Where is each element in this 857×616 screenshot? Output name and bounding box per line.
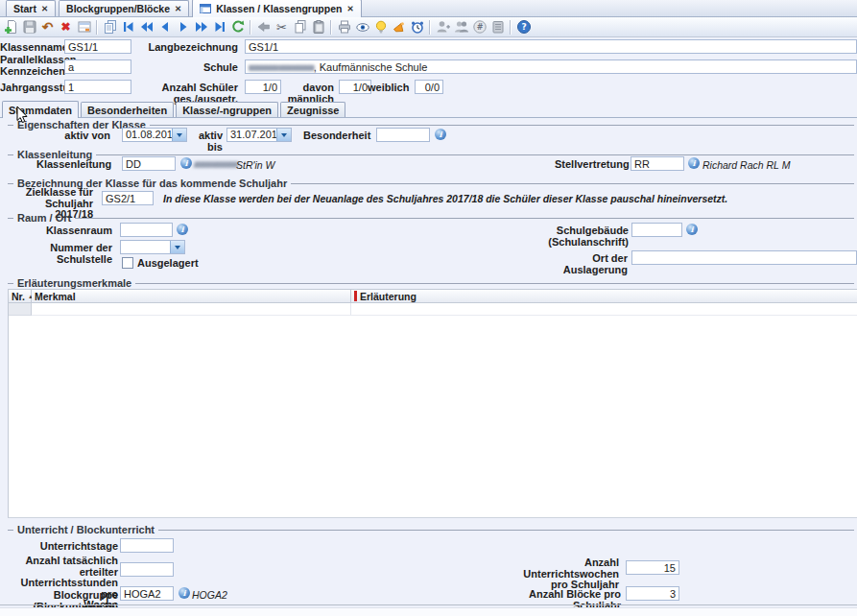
parallelklassen-input[interactable]	[64, 59, 131, 74]
close-icon[interactable]: ✕	[175, 5, 181, 13]
print-button[interactable]	[335, 18, 353, 36]
langbezeichnung-input[interactable]	[245, 39, 857, 54]
svg-text:?: ?	[521, 22, 526, 32]
window-tab-start[interactable]: Start ✕	[6, 0, 56, 16]
undo-button[interactable]: ↶	[38, 18, 57, 36]
klassenname-input[interactable]	[64, 39, 131, 54]
notes-icon	[490, 19, 506, 35]
notes-button[interactable]	[488, 18, 507, 36]
schulstelle-select[interactable]	[120, 240, 185, 254]
section-title: Unterricht / Blockunterricht	[17, 524, 155, 535]
tab-besonderheiten[interactable]: Besonderheiten	[81, 102, 174, 117]
klassenleitung-label: Klassenleitung	[36, 159, 111, 171]
back-arrow-button[interactable]	[254, 18, 273, 36]
close-icon[interactable]: ✕	[41, 5, 48, 13]
column-header-merkmal[interactable]: Merkmal	[32, 289, 351, 303]
nav-back-button[interactable]	[155, 18, 174, 36]
delete-button[interactable]: ✖	[57, 18, 75, 36]
toolbar-separator	[96, 20, 98, 35]
chevron-down-icon[interactable]	[172, 129, 186, 141]
stellvertretung-input[interactable]	[631, 156, 684, 171]
alarm-clock-button[interactable]	[408, 18, 426, 36]
column-header-nr[interactable]: Nr. ▲	[9, 289, 32, 303]
number-badge-button[interactable]: #	[470, 18, 488, 36]
announce-button[interactable]	[390, 18, 408, 36]
paste-button[interactable]	[309, 18, 327, 36]
save-button[interactable]	[20, 18, 38, 36]
nav-last-button[interactable]	[210, 18, 228, 36]
weiblich-input[interactable]	[415, 80, 443, 94]
refresh-button[interactable]	[228, 18, 247, 36]
table-cell[interactable]	[351, 303, 857, 316]
aktiv-bis-select[interactable]: 31.07.2017	[226, 128, 292, 142]
tab-zeugnisse[interactable]: Zeugnisse	[280, 102, 345, 117]
besonderheit-input[interactable]	[376, 128, 430, 142]
nav-fast-forward-button[interactable]	[192, 18, 210, 36]
info-icon[interactable]	[179, 587, 190, 599]
close-icon[interactable]: ✕	[346, 5, 353, 13]
row-selector-cell[interactable]	[9, 303, 32, 316]
klassenleitung-name-redacted: ▆▆▆▆ ▆▆▆▆▆▆	[194, 160, 237, 168]
datasheet-button[interactable]	[75, 18, 93, 36]
klassenleitung-input[interactable]	[122, 156, 176, 171]
ausgelagert-checkbox[interactable]	[122, 257, 133, 269]
zielklasse-input[interactable]	[102, 191, 154, 205]
bloecke-input[interactable]	[626, 586, 679, 601]
section-title: Raum / Ort	[17, 212, 71, 224]
column-label: Nr.	[12, 291, 25, 302]
cut-button[interactable]: ✂	[273, 18, 291, 36]
user-group-icon	[454, 19, 469, 35]
wochen-input[interactable]	[626, 560, 679, 575]
tab-label: Klasse/-ngruppen	[182, 105, 272, 116]
hint-bulb-icon	[373, 19, 389, 35]
blockgruppe-input[interactable]	[120, 586, 174, 601]
nav-fast-back-button[interactable]	[137, 18, 155, 36]
schulgebaeude-input[interactable]	[631, 223, 682, 237]
info-icon[interactable]	[686, 224, 698, 235]
schule-field[interactable]: ▆▆▆▆▆▆▆ ▆▆▆ ▆▆▆▆▆ , Kaufmännische Schule	[245, 59, 857, 74]
chevron-down-icon[interactable]	[170, 241, 184, 253]
column-header-erlaeuterung[interactable]: Erläuterung	[351, 289, 857, 303]
table-row[interactable]	[9, 303, 857, 316]
column-label: Erläuterung	[360, 291, 417, 302]
tab-stammdaten[interactable]: Stammdaten	[2, 101, 79, 118]
info-icon[interactable]	[180, 157, 192, 169]
new-document-button[interactable]	[2, 18, 20, 36]
table-cell[interactable]	[32, 303, 351, 316]
unterrichtstage-label: Unterrichtstage	[27, 541, 118, 553]
nav-forward-button[interactable]	[174, 18, 192, 36]
stunden-input[interactable]	[120, 562, 174, 577]
unterrichtstage-input[interactable]	[120, 538, 174, 553]
user-add-button[interactable]	[434, 18, 452, 36]
window-tab-blockgruppen[interactable]: Blockgruppen/Blöcke ✕	[59, 0, 189, 16]
blockgruppe-hint: HOGA2	[192, 589, 227, 601]
user-group-button[interactable]	[452, 18, 470, 36]
jahrgangsstufe-input[interactable]	[64, 80, 131, 94]
nav-last-icon	[212, 19, 227, 35]
info-icon[interactable]	[435, 129, 446, 140]
nav-forward-icon	[176, 19, 191, 35]
chevron-down-icon[interactable]	[276, 129, 291, 141]
info-icon[interactable]	[688, 157, 700, 169]
preview-button[interactable]	[353, 18, 371, 36]
hint-button[interactable]	[371, 18, 390, 36]
svg-text:#: #	[476, 23, 483, 32]
window-icon	[200, 4, 211, 13]
status-strip	[0, 607, 857, 616]
toolbar: ↶ ✖ ✂ # ?	[0, 17, 857, 37]
stellvertretung-label: Stellvertretung	[555, 159, 628, 171]
window-tab-klassen[interactable]: Klassen / Klassengruppen ✕	[192, 0, 361, 17]
klassenraum-input[interactable]	[120, 223, 173, 237]
duplicate-button[interactable]	[101, 18, 119, 36]
anzahl-schueler-input[interactable]	[245, 80, 281, 94]
info-icon[interactable]	[177, 224, 188, 235]
maennlich-input[interactable]	[339, 80, 371, 94]
ort-auslagerung-input[interactable]	[631, 250, 857, 265]
aktiv-von-select[interactable]: 01.08.2016	[122, 128, 187, 142]
schule-suffix-text: , Kaufmännische Schule	[314, 61, 428, 73]
nav-first-button[interactable]	[119, 18, 137, 36]
tab-klassengruppen[interactable]: Klasse/-ngruppen	[176, 102, 278, 117]
copy-button[interactable]	[291, 18, 309, 36]
ort-auslagerung-label: Ort der Auslagerung	[531, 253, 628, 275]
help-button[interactable]: ?	[514, 18, 533, 36]
